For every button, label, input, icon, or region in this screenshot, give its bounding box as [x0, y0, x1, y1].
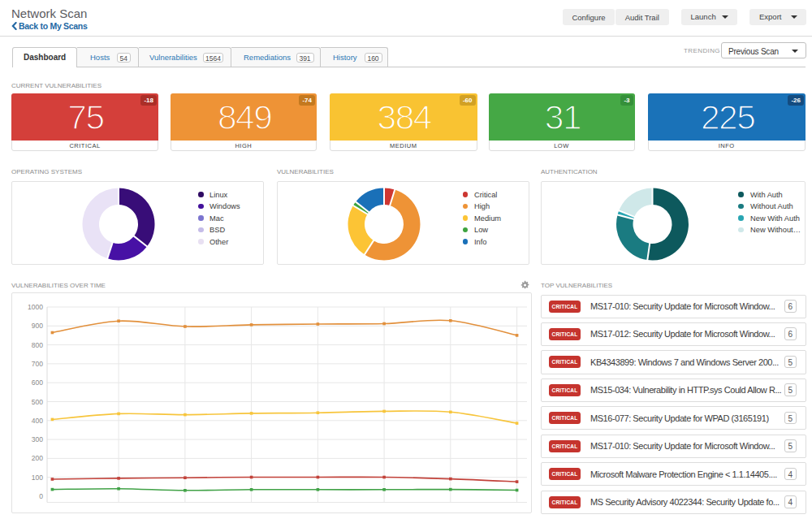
svg-text:600: 600: [32, 378, 43, 387]
svg-text:31: 31: [544, 98, 580, 136]
svg-text:0: 0: [39, 492, 43, 500]
svg-text:100: 100: [32, 474, 43, 482]
svg-text:800: 800: [32, 341, 43, 349]
svg-text:300: 300: [32, 435, 43, 443]
svg-text:900: 900: [32, 322, 43, 330]
svg-text:1000: 1000: [28, 303, 43, 311]
svg-text:200: 200: [32, 454, 43, 462]
svg-text:500: 500: [32, 398, 43, 406]
svg-text:700: 700: [32, 360, 43, 368]
svg-text:75: 75: [67, 98, 103, 136]
svg-text:400: 400: [32, 417, 43, 425]
svg-text:849: 849: [217, 98, 270, 136]
svg-text:384: 384: [378, 98, 432, 136]
svg-text:225: 225: [700, 98, 754, 136]
